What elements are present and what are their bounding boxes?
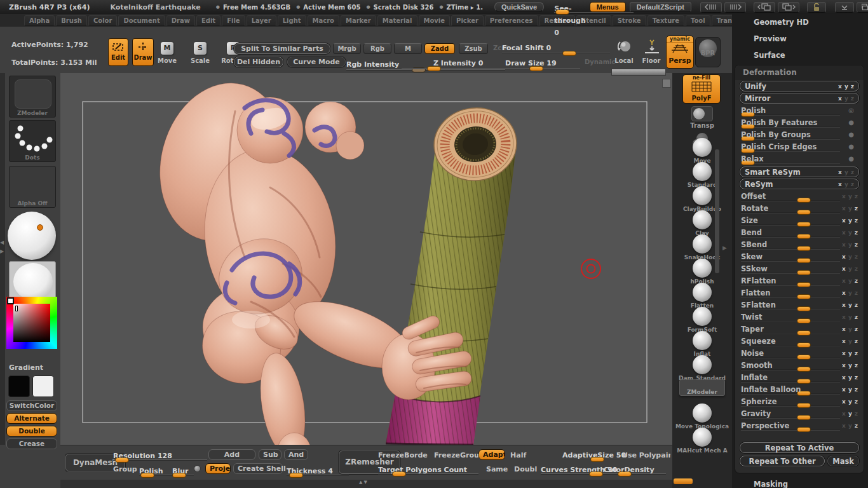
- edit-button[interactable]: Edit: [108, 38, 128, 66]
- deformation-slider[interactable]: Twist x y z: [740, 311, 859, 323]
- restore-icon[interactable]: [857, 2, 868, 13]
- axis-x-toggle[interactable]: x: [842, 362, 846, 369]
- slider-mode-icon[interactable]: ◎: [848, 107, 854, 114]
- next-document-icon[interactable]: [778, 2, 799, 13]
- current-color-sphere[interactable]: [8, 212, 56, 260]
- menu-item[interactable]: Marker: [341, 15, 376, 26]
- slider-handle[interactable]: [555, 10, 569, 15]
- axis-y-toggle[interactable]: y: [848, 217, 852, 224]
- mrgb-button[interactable]: Mrgb: [333, 43, 361, 54]
- axis-x-toggle[interactable]: x: [838, 181, 842, 187]
- brush-item[interactable]: Flatten: [672, 281, 732, 306]
- axis-y-toggle[interactable]: y: [848, 350, 852, 356]
- color-picker[interactable]: [6, 297, 57, 349]
- menu-item[interactable]: Alpha: [24, 15, 55, 26]
- slider-handle[interactable]: [797, 246, 811, 251]
- axis-z-toggle[interactable]: z: [851, 169, 854, 175]
- focal-shift-handle[interactable]: [562, 51, 576, 56]
- slider-handle[interactable]: [797, 282, 811, 287]
- axis-x-toggle[interactable]: x: [842, 374, 846, 381]
- axis-y-toggle[interactable]: y: [848, 423, 852, 429]
- axis-x-toggle[interactable]: x: [842, 254, 846, 260]
- menus-button[interactable]: Menus: [590, 2, 626, 12]
- z-intensity-slider[interactable]: Z Intensity 0: [402, 56, 510, 69]
- slider-handle[interactable]: [797, 258, 811, 263]
- menu-item[interactable]: Edit: [196, 15, 220, 26]
- target-polygons-slider[interactable]: Target Polygons Count: [378, 463, 480, 474]
- transp-button[interactable]: Transp: [672, 106, 732, 129]
- axis-x-toggle[interactable]: x: [842, 229, 846, 236]
- secondary-color-swatch[interactable]: [32, 376, 54, 397]
- floor-button[interactable]: Floor: [638, 38, 665, 67]
- axis-y-toggle[interactable]: y: [844, 83, 848, 90]
- axis-z-toggle[interactable]: z: [855, 193, 858, 200]
- partial-orange-widget[interactable]: [674, 478, 693, 484]
- slider-handle[interactable]: [797, 379, 811, 384]
- axis-x-toggle[interactable]: x: [842, 338, 846, 344]
- axis-z-toggle[interactable]: z: [851, 95, 854, 102]
- menu-item[interactable]: Layer: [247, 15, 276, 26]
- draw-size-slider[interactable]: Draw Size 19: [505, 56, 581, 69]
- deformation-header[interactable]: Deformation: [735, 65, 864, 79]
- deformation-slider[interactable]: Polish Crisp Edges ●: [740, 141, 859, 153]
- axis-y-toggle[interactable]: y: [848, 398, 852, 405]
- axis-x-toggle[interactable]: x: [842, 278, 846, 284]
- m-button[interactable]: M: [394, 43, 422, 54]
- tool-strip-scrollbar[interactable]: [715, 149, 719, 273]
- axis-x-toggle[interactable]: x: [842, 398, 846, 405]
- deformation-slider[interactable]: Noise x y z: [740, 348, 859, 360]
- slider-handle[interactable]: [797, 222, 811, 227]
- resym-button[interactable]: Smart ReSym x y z: [740, 166, 859, 177]
- axis-z-toggle[interactable]: z: [855, 266, 858, 272]
- double-button[interactable]: Double: [6, 426, 57, 437]
- mask-button[interactable]: Mask: [827, 456, 859, 466]
- axis-x-toggle[interactable]: x: [842, 266, 846, 272]
- adaptive-size-handle[interactable]: [590, 457, 604, 462]
- axis-y-toggle[interactable]: y: [848, 266, 852, 272]
- deformation-slider[interactable]: RFlatten x y z: [740, 275, 859, 287]
- z-intensity-handle[interactable]: [427, 66, 441, 71]
- resolution-slider[interactable]: Resolution 128: [113, 449, 208, 460]
- menu-item[interactable]: Movie: [419, 15, 451, 26]
- color-density-handle[interactable]: [618, 471, 632, 477]
- menu-item[interactable]: Color: [88, 15, 117, 26]
- curves-strength-handle[interactable]: [589, 471, 603, 477]
- brush-item[interactable]: ClayBuildup: [672, 185, 732, 209]
- axis-x-toggle[interactable]: x: [842, 290, 846, 296]
- menu-item[interactable]: Material: [377, 15, 417, 26]
- polyframe-button[interactable]: ne-Fill PolyF: [682, 74, 721, 104]
- deformation-slider[interactable]: Smooth x y z: [740, 360, 859, 372]
- canvas-corner-widget[interactable]: [662, 79, 671, 88]
- axis-x-toggle[interactable]: x: [838, 83, 842, 90]
- zadd-button[interactable]: Zadd: [424, 43, 455, 54]
- draw-size-handle[interactable]: [529, 66, 543, 71]
- deformation-slider[interactable]: Taper x y z: [740, 323, 859, 336]
- adapt-button[interactable]: Adapt: [478, 449, 505, 460]
- deformation-slider[interactable]: Polish By Features ●: [740, 117, 859, 129]
- axis-z-toggle[interactable]: z: [855, 374, 858, 381]
- axis-x-toggle[interactable]: x: [842, 423, 846, 429]
- split-to-similar-parts-button[interactable]: Split To Similar Parts: [234, 43, 330, 54]
- scrub-left-icon[interactable]: [700, 2, 722, 13]
- menu-item[interactable]: Stroke: [613, 15, 646, 26]
- axis-z-toggle[interactable]: z: [855, 302, 858, 308]
- axis-x-toggle[interactable]: x: [842, 326, 846, 332]
- document-canvas[interactable]: [60, 73, 672, 483]
- and-button[interactable]: And: [284, 449, 308, 460]
- slider-handle[interactable]: [797, 318, 811, 323]
- axis-z-toggle[interactable]: z: [855, 205, 858, 212]
- axis-x-toggle[interactable]: x: [842, 193, 846, 200]
- slider-handle[interactable]: [797, 415, 811, 420]
- axis-z-toggle[interactable]: z: [855, 386, 858, 393]
- polish-slider[interactable]: Polish: [139, 464, 168, 475]
- axis-z-toggle[interactable]: z: [855, 350, 858, 356]
- deformation-button[interactable]: Unify x y z: [740, 81, 859, 92]
- sub-button[interactable]: Sub: [259, 449, 281, 460]
- deformation-slider[interactable]: Spherize x y z: [740, 396, 859, 408]
- divider-bar[interactable]: [611, 69, 666, 76]
- axis-x-toggle[interactable]: x: [838, 95, 842, 102]
- axis-z-toggle[interactable]: z: [855, 254, 858, 260]
- deformation-slider[interactable]: SSkew x y z: [740, 263, 859, 275]
- persp-button[interactable]: ynamic Persp: [666, 36, 694, 69]
- axis-y-toggle[interactable]: y: [848, 326, 852, 332]
